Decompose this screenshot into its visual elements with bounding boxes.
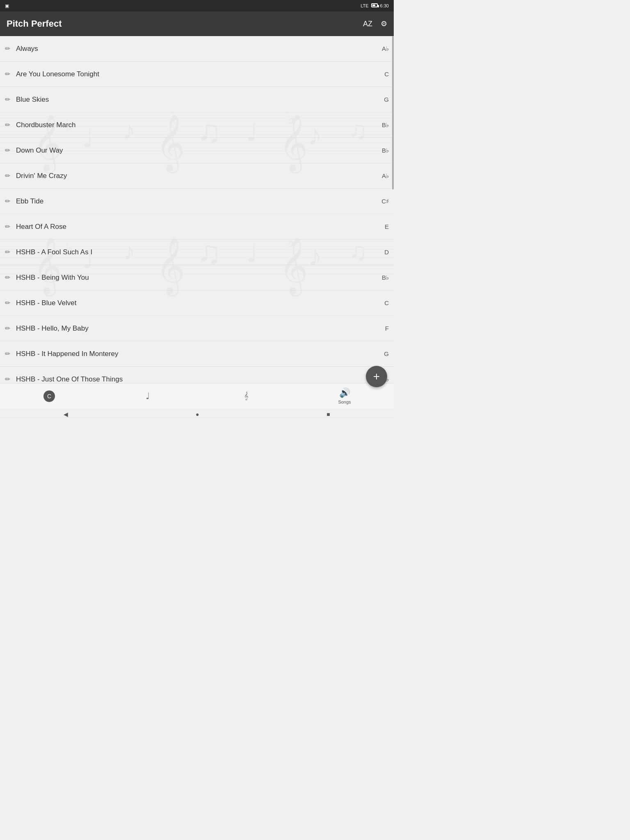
song-key: G [377,96,389,103]
status-bar-left: ▣ [5,3,9,9]
scroll-indicator [392,36,394,420]
nav-item-songs[interactable]: 🔊 Songs [295,388,394,404]
song-item-left: ✏HSHB - Hello, My Baby [5,324,89,333]
song-key: C [377,71,389,78]
song-list-item[interactable]: ✏HSHB - Being With YouB♭ [0,265,394,290]
song-key: E [377,223,389,230]
song-title: Down Our Way [16,146,63,155]
song-item-left: ✏Are You Lonesome Tonight [5,70,99,78]
song-list-item[interactable]: ✏Down Our WayB♭ [0,138,394,163]
song-list-item[interactable]: ✏AlwaysA♭ [0,36,394,62]
score-icon: 𝄞 [244,392,249,400]
song-item-left: ✏Always [5,45,38,53]
main-content: 𝄞 𝄞 𝄞 ♩ ♪ ♫ ♩ ♪ ♫ ♭ ♭ ♭ 𝄞 𝄞 𝄞 ♩ ♪ ♫ ♩ ♪ … [0,36,394,420]
song-key: A♭ [377,172,389,180]
song-title: HSHB - It Happened In Monterey [16,350,118,358]
song-item-left: ✏HSHB - Just One Of Those Things [5,375,123,383]
settings-button[interactable]: ⚙ [381,19,387,28]
song-item-left: ✏Drivin' Me Crazy [5,172,67,180]
song-title: HSHB - Hello, My Baby [16,324,89,333]
edit-icon[interactable]: ✏ [5,121,10,129]
song-item-left: ✏Ebb Tide [5,197,43,205]
song-item-left: ✏Heart Of A Rose [5,223,66,231]
song-list-item[interactable]: ✏Ebb TideC♯ [0,189,394,214]
time-display: 6:30 [380,3,389,8]
song-list-item[interactable]: ✏Chordbuster MarchB♭ [0,112,394,138]
app-bar-actions: AZ ⚙ [363,19,387,28]
song-key: D [377,249,389,256]
signal-icon: LTE [361,3,368,8]
song-key: B♭ [377,274,389,281]
song-title: HSHB - A Fool Such As I [16,248,92,256]
add-icon: + [373,370,380,383]
song-key: C♯ [377,198,389,205]
song-title: Heart Of A Rose [16,223,66,231]
edit-icon[interactable]: ✏ [5,96,10,103]
song-key: G [377,350,389,357]
song-item-left: ✏Blue Skies [5,96,49,104]
bottom-nav: C ♩ 𝄞 🔊 Songs [0,383,394,409]
song-list: ✏AlwaysA♭✏Are You Lonesome TonightC✏Blue… [0,36,394,418]
status-bar: ▣ LTE 6:30 [0,0,394,11]
song-item-left: ✏Down Our Way [5,146,63,155]
song-title: HSHB - Being With You [16,274,89,282]
song-list-item[interactable]: ✏Drivin' Me CrazyA♭ [0,163,394,189]
song-list-item[interactable]: ✏HSHB - It Happened In MontereyG [0,341,394,367]
song-title: HSHB - Just One Of Those Things [16,375,123,383]
songs-label: Songs [338,399,351,404]
songs-icon: 🔊 [339,388,350,398]
song-title: Chordbuster March [16,121,76,129]
sort-az-button[interactable]: AZ [363,20,372,28]
song-item-left: ✏HSHB - A Fool Such As I [5,248,92,256]
edit-icon[interactable]: ✏ [5,324,10,332]
edit-icon[interactable]: ✏ [5,70,10,78]
edit-icon[interactable]: ✏ [5,299,10,307]
edit-icon[interactable]: ✏ [5,45,10,52]
edit-icon[interactable]: ✏ [5,197,10,205]
song-list-item[interactable]: ✏Are You Lonesome TonightC [0,62,394,87]
song-title: Always [16,45,38,53]
battery-icon [371,3,378,8]
song-key: B♭ [377,147,389,154]
song-list-item[interactable]: ✏HSHB - Blue VelvetC [0,290,394,316]
song-list-item[interactable]: ✏Heart Of A RoseE [0,214,394,240]
edit-icon[interactable]: ✏ [5,248,10,256]
edit-icon[interactable]: ✏ [5,350,10,358]
song-title: Ebb Tide [16,197,43,205]
song-item-left: ✏HSHB - It Happened In Monterey [5,350,118,358]
song-list-item[interactable]: ✏Blue SkiesG [0,87,394,112]
song-list-item[interactable]: ✏HSHB - A Fool Such As ID [0,240,394,265]
nav-item-tuner[interactable]: C [0,390,98,402]
edit-icon[interactable]: ✏ [5,172,10,180]
edit-icon[interactable]: ✏ [5,223,10,231]
song-key: F [377,325,389,332]
song-title: HSHB - Blue Velvet [16,299,76,307]
song-item-left: ✏HSHB - Blue Velvet [5,299,76,307]
tuner-icon: C [43,390,55,402]
edit-icon[interactable]: ✏ [5,146,10,154]
song-key: C [377,299,389,306]
edit-icon[interactable]: ✏ [5,274,10,281]
song-list-item[interactable]: ✏HSHB - Hello, My BabyF [0,316,394,341]
song-title: Drivin' Me Crazy [16,172,67,180]
notification-icon: ▣ [5,3,9,9]
add-song-button[interactable]: + [366,366,387,387]
song-key: A♭ [377,45,389,52]
edit-icon[interactable]: ✏ [5,375,10,383]
nav-item-notes[interactable]: ♩ [98,391,197,402]
song-key: B♭ [377,121,389,129]
song-item-left: ✏HSHB - Being With You [5,274,89,282]
nav-item-score[interactable]: 𝄞 [197,392,295,400]
song-item-left: ✏Chordbuster March [5,121,76,129]
song-title: Are You Lonesome Tonight [16,70,99,78]
app-bar: Pitch Perfect AZ ⚙ [0,11,394,36]
notes-icon: ♩ [146,391,150,402]
song-title: Blue Skies [16,96,49,104]
status-bar-right: LTE 6:30 [361,3,389,8]
scroll-thumb [392,36,394,189]
app-title: Pitch Perfect [7,18,62,29]
